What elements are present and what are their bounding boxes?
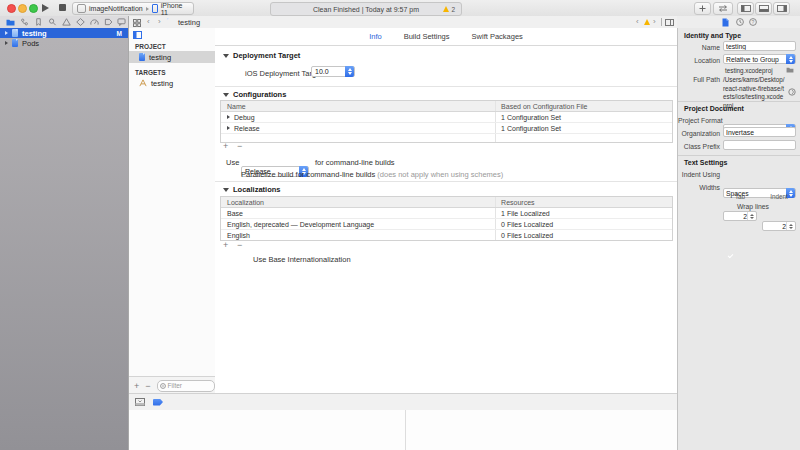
run-button[interactable] bbox=[42, 4, 49, 12]
tab-info[interactable]: Info bbox=[369, 32, 382, 41]
column-resources[interactable]: Resources bbox=[496, 199, 672, 206]
tab-build-settings[interactable]: Build Settings bbox=[404, 32, 450, 41]
breakpoint-navigator-icon[interactable] bbox=[104, 18, 113, 26]
parallelize-note: (does not apply when using schemes) bbox=[377, 170, 503, 179]
close-window-button[interactable] bbox=[7, 4, 16, 13]
remove-localization-button[interactable]: − bbox=[237, 240, 242, 250]
table-row[interactable]: English, deprecated — Development Langua… bbox=[221, 219, 672, 230]
report-navigator-icon[interactable] bbox=[117, 18, 126, 26]
toggle-debug-area-button[interactable] bbox=[755, 2, 772, 15]
hide-project-list-icon[interactable] bbox=[133, 31, 142, 39]
jumpbar-file-name[interactable]: testing bbox=[178, 18, 200, 27]
indent-width-stepper[interactable]: 2 bbox=[762, 221, 796, 231]
project-file-name: testing.xcodeproj bbox=[725, 67, 773, 76]
table-row[interactable]: English 0 Files Localized bbox=[221, 230, 672, 240]
section-deployment-target[interactable]: Deployment Target bbox=[223, 51, 300, 60]
inspector-tab-bar: ? bbox=[677, 16, 800, 28]
reveal-arrow-icon[interactable] bbox=[788, 88, 796, 96]
section-configurations[interactable]: Configurations bbox=[223, 90, 286, 99]
deployment-target-combo[interactable]: 10.0 bbox=[311, 66, 355, 77]
choose-folder-icon[interactable] bbox=[786, 67, 794, 73]
scheme-selector[interactable]: imageNotification iPhone 11 bbox=[72, 2, 194, 15]
section-localizations[interactable]: Localizations bbox=[223, 185, 281, 194]
filter-icon bbox=[160, 383, 166, 389]
scheme-name[interactable]: imageNotification bbox=[89, 5, 143, 12]
localization-name: English bbox=[221, 230, 496, 240]
library-add-button[interactable] bbox=[694, 2, 711, 15]
add-localization-button[interactable]: + bbox=[223, 240, 228, 250]
run-destination[interactable]: iPhone 11 bbox=[161, 2, 189, 16]
issues-badge[interactable]: 2 bbox=[443, 6, 455, 13]
table-row[interactable]: Release 1 Configuration Set bbox=[221, 123, 672, 134]
table-row[interactable]: Base 1 File Localized bbox=[221, 208, 672, 219]
editor-mode-button[interactable] bbox=[713, 2, 733, 15]
console-split-divider[interactable] bbox=[405, 410, 406, 450]
section-disclosure-icon[interactable] bbox=[223, 188, 229, 192]
debug-navigator-icon[interactable] bbox=[90, 18, 99, 26]
issue-forward-button[interactable]: › bbox=[653, 16, 656, 27]
target-item-testing[interactable]: testing bbox=[128, 77, 215, 89]
popup-stepper-icon[interactable] bbox=[786, 54, 795, 64]
section-disclosure-icon[interactable] bbox=[223, 93, 229, 97]
add-button[interactable]: + bbox=[134, 381, 139, 391]
project-navigator-icon[interactable] bbox=[6, 18, 15, 26]
add-configuration-button[interactable]: + bbox=[223, 141, 228, 151]
section-title: Deployment Target bbox=[233, 51, 300, 60]
tab-width-stepper[interactable]: 2 bbox=[723, 211, 757, 221]
quick-help-inspector-tab-icon[interactable]: ? bbox=[749, 18, 757, 26]
column-based-on[interactable]: Based on Configuration File bbox=[496, 103, 672, 110]
navigator-item-testing[interactable]: testing M bbox=[0, 28, 128, 38]
related-items-icon[interactable] bbox=[133, 19, 141, 27]
sidebar-filter-bar: + − Filter bbox=[128, 376, 216, 394]
tab-swift-packages[interactable]: Swift Packages bbox=[472, 32, 523, 41]
find-navigator-icon[interactable] bbox=[48, 18, 57, 26]
navigator-split-divider[interactable] bbox=[128, 16, 129, 450]
filter-placeholder: Filter bbox=[168, 382, 182, 389]
stepper-arrows-icon[interactable] bbox=[786, 222, 794, 230]
location-popup[interactable]: Relative to Group bbox=[723, 54, 796, 64]
xcode-window: imageNotification iPhone 11 Clean Finish… bbox=[0, 0, 800, 450]
jumpbar-back-button[interactable]: ‹ bbox=[147, 16, 150, 27]
issue-navigator-icon[interactable] bbox=[62, 18, 71, 26]
table-row[interactable]: Debug 1 Configuration Set bbox=[221, 112, 672, 123]
project-item-testing[interactable]: testing bbox=[128, 51, 215, 63]
combo-stepper-icon[interactable] bbox=[345, 66, 354, 77]
project-file-icon bbox=[12, 39, 18, 47]
wrap-lines-label: Wrap lines bbox=[737, 203, 769, 210]
disclosure-triangle-icon[interactable] bbox=[227, 126, 230, 130]
stepper-arrows-icon[interactable] bbox=[747, 212, 755, 220]
issue-back-button[interactable]: ‹ bbox=[636, 16, 639, 27]
jumpbar-warning-icon[interactable] bbox=[644, 19, 650, 25]
disclosure-triangle-icon[interactable] bbox=[5, 41, 8, 45]
jumpbar-forward-button[interactable]: › bbox=[158, 16, 161, 27]
remove-button[interactable]: − bbox=[145, 381, 150, 391]
minimize-window-button[interactable] bbox=[18, 4, 27, 13]
toggle-navigator-button[interactable] bbox=[737, 2, 754, 15]
breakpoints-toggle-icon[interactable] bbox=[153, 399, 163, 406]
source-control-navigator-icon[interactable] bbox=[20, 18, 29, 26]
hide-debug-area-icon[interactable] bbox=[135, 398, 145, 406]
disclosure-triangle-icon[interactable] bbox=[5, 31, 8, 35]
file-inspector-tab-icon[interactable] bbox=[722, 18, 729, 27]
organization-field[interactable] bbox=[723, 127, 796, 137]
navigator-icon-bar bbox=[0, 16, 128, 28]
class-prefix-field[interactable] bbox=[723, 140, 796, 150]
column-localization[interactable]: Localization bbox=[221, 197, 496, 207]
column-name[interactable]: Name bbox=[221, 101, 496, 111]
navigator-item-pods[interactable]: Pods bbox=[0, 38, 128, 48]
history-inspector-tab-icon[interactable] bbox=[736, 18, 744, 26]
editor-options-icon[interactable] bbox=[665, 19, 674, 26]
remove-configuration-button[interactable]: − bbox=[237, 141, 242, 151]
section-disclosure-icon[interactable] bbox=[223, 54, 229, 58]
organization-label: Organization bbox=[678, 130, 720, 137]
symbol-navigator-icon[interactable] bbox=[34, 18, 43, 26]
filter-field[interactable]: Filter bbox=[157, 380, 215, 392]
stop-button[interactable] bbox=[59, 4, 66, 11]
zoom-window-button[interactable] bbox=[29, 4, 38, 13]
name-field[interactable] bbox=[723, 41, 796, 51]
disclosure-triangle-icon[interactable] bbox=[227, 115, 230, 119]
utilities-inspector: Identity and Type Name Location Relative… bbox=[677, 28, 800, 450]
test-navigator-icon[interactable] bbox=[76, 18, 85, 26]
table-header-row: Localization Resources bbox=[221, 197, 672, 208]
toggle-inspector-button[interactable] bbox=[773, 2, 790, 15]
